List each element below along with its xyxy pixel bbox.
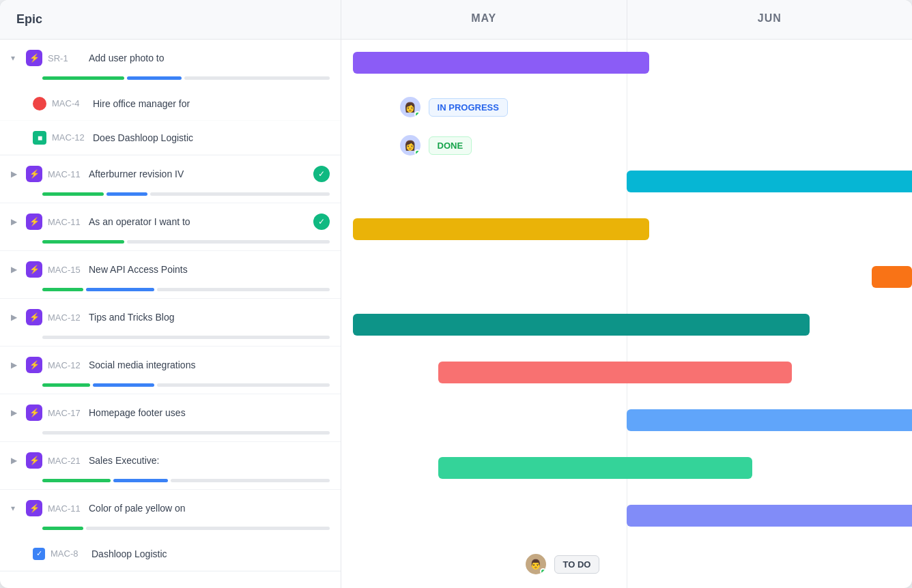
bar-mac11c bbox=[627, 505, 912, 527]
expand-icon-sr1[interactable]: ▾ bbox=[11, 53, 20, 63]
progress-mac11c bbox=[0, 527, 341, 537]
status-mac12-does: DONE bbox=[429, 136, 472, 155]
epic-row-mac12a: ▶ ⚡ MAC-12 Tips and Tricks Blog bbox=[0, 299, 341, 347]
bar-mac4: 👩 IN PROGRESS bbox=[399, 95, 508, 119]
check-mac11a: ✓ bbox=[313, 166, 330, 182]
ticket-mac11c: MAC-11 bbox=[48, 503, 83, 514]
expand-icon-mac15[interactable]: ▶ bbox=[11, 265, 20, 274]
ticket-mac12-does: MAC-12 bbox=[52, 132, 87, 143]
bar-mac12-does: 👩 DONE bbox=[399, 134, 472, 157]
check-mac11b: ✓ bbox=[313, 214, 330, 230]
progress-gray-sr1 bbox=[184, 76, 330, 80]
epic-row-mac17: ▶ ⚡ MAC-17 Homepage footer uses bbox=[0, 394, 341, 442]
expand-icon-mac17[interactable]: ▶ bbox=[11, 408, 20, 417]
app-container: Epic MAY JUN ▾ ⚡ SR-1 Add user photo to bbox=[0, 0, 912, 588]
avatar-mac12-does: 👩 bbox=[399, 134, 422, 157]
title-mac11a: Afterburner revision IV bbox=[89, 168, 308, 179]
bar-mac8: 👨 TO DO bbox=[524, 553, 600, 576]
ticket-mac21: MAC-21 bbox=[48, 456, 83, 466]
epic-column: ▾ ⚡ SR-1 Add user photo to MAC-4 Hire of… bbox=[0, 40, 341, 588]
epic-row-mac11a: ▶ ⚡ MAC-11 Afterburner revision IV ✓ bbox=[0, 156, 341, 203]
checkbox-mac8: ✓ bbox=[33, 548, 45, 560]
header-epic: Epic bbox=[0, 0, 341, 39]
progress-mac21 bbox=[0, 479, 341, 489]
badge-mac21: ⚡ bbox=[26, 452, 42, 469]
expand-icon-mac11a[interactable]: ▶ bbox=[11, 169, 20, 179]
status-mac4: IN PROGRESS bbox=[429, 98, 508, 117]
expand-icon-mac11c[interactable]: ▾ bbox=[11, 503, 20, 513]
progress-sr1 bbox=[0, 76, 341, 87]
sub-row-mac4: MAC-4 Hire office manager for bbox=[0, 87, 341, 121]
ticket-mac4: MAC-4 bbox=[52, 98, 87, 108]
epic-row-mac15: ▶ ⚡ MAC-15 New API Access Points bbox=[0, 251, 341, 299]
bar-mac17 bbox=[627, 409, 912, 431]
expand-icon-mac21[interactable]: ▶ bbox=[11, 456, 20, 465]
title-mac4: Hire office manager for bbox=[93, 98, 330, 109]
expand-icon-mac12b[interactable]: ▶ bbox=[11, 360, 20, 370]
sub-row-mac12-does: ◼ MAC-12 Does Dashloop Logistic bbox=[0, 121, 341, 155]
title-mac12a: Tips and Tricks Blog bbox=[89, 312, 330, 323]
ticket-mac15: MAC-15 bbox=[48, 265, 83, 275]
bar-mac21 bbox=[438, 457, 752, 479]
progress-blue-sr1 bbox=[127, 76, 182, 80]
epic-row-mac21: ▶ ⚡ MAC-21 Sales Executive: bbox=[0, 442, 341, 490]
title-mac12-does: Does Dashloop Logistic bbox=[93, 132, 330, 143]
title-sr1: Add user photo to bbox=[89, 53, 330, 63]
badge-mac11c: ⚡ bbox=[26, 500, 42, 516]
ticket-mac12b: MAC-12 bbox=[48, 360, 83, 370]
header-row: Epic MAY JUN bbox=[0, 0, 912, 40]
lightning-icon: ⚡ bbox=[29, 53, 40, 63]
title-mac15: New API Access Points bbox=[89, 264, 330, 275]
epic-row-mac11b: ▶ ⚡ MAC-11 As an operator I want to ✓ bbox=[0, 203, 341, 251]
ticket-mac11b: MAC-11 bbox=[48, 217, 83, 227]
progress-mac12a bbox=[0, 336, 341, 346]
badge-mac11a: ⚡ bbox=[26, 166, 42, 182]
title-mac11b: As an operator I want to bbox=[89, 216, 308, 227]
badge-mac12-does: ◼ bbox=[33, 131, 46, 145]
ticket-mac17: MAC-17 bbox=[48, 408, 83, 418]
progress-green-sr1 bbox=[42, 76, 124, 80]
bar-mac12a bbox=[353, 314, 810, 336]
ticket-mac11a: MAC-11 bbox=[48, 169, 83, 179]
avatar-mac4: 👩 bbox=[399, 95, 422, 119]
header-month-may: MAY bbox=[341, 0, 627, 39]
bar-mac12b bbox=[438, 362, 792, 383]
sub-row-mac8: ✓ MAC-8 Dashloop Logistic bbox=[0, 537, 341, 571]
badge-mac12a: ⚡ bbox=[26, 309, 42, 325]
badge-sr1: ⚡ bbox=[26, 50, 42, 66]
badge-mac15: ⚡ bbox=[26, 261, 42, 278]
expand-icon-mac12a[interactable]: ▶ bbox=[11, 312, 20, 322]
ticket-sr1: SR-1 bbox=[48, 53, 83, 63]
progress-mac11a bbox=[0, 192, 341, 203]
epic-row-mac12b: ▶ ⚡ MAC-12 Social media integrations bbox=[0, 347, 341, 394]
epic-row-sr1: ▾ ⚡ SR-1 Add user photo to MAC-4 Hire of… bbox=[0, 40, 341, 156]
badge-mac12b: ⚡ bbox=[26, 357, 42, 373]
bar-mac15 bbox=[872, 266, 912, 288]
expand-icon-mac11b[interactable]: ▶ bbox=[11, 217, 20, 226]
title-mac17: Homepage footer uses bbox=[89, 407, 330, 418]
title-mac12b: Social media integrations bbox=[89, 359, 330, 370]
ticket-mac8: MAC-8 bbox=[51, 548, 86, 559]
title-mac8: Dashloop Logistic bbox=[91, 548, 330, 559]
bar-mac11b bbox=[353, 218, 650, 240]
progress-mac17 bbox=[0, 431, 341, 441]
epic-row-mac11c: ▾ ⚡ MAC-11 Color of pale yellow on ✓ MAC… bbox=[0, 490, 341, 572]
gantt-area: 👩 IN PROGRESS 👩 DONE bbox=[341, 40, 912, 588]
progress-mac12b bbox=[0, 383, 341, 394]
status-mac8: TO DO bbox=[554, 555, 600, 574]
badge-mac17: ⚡ bbox=[26, 405, 42, 421]
title-mac11c: Color of pale yellow on bbox=[89, 503, 330, 514]
bar-sr1 bbox=[353, 52, 650, 74]
title-mac21: Sales Executive: bbox=[89, 455, 330, 466]
ticket-mac12a: MAC-12 bbox=[48, 312, 83, 323]
header-month-jun: JUN bbox=[627, 0, 913, 39]
badge-mac11b: ⚡ bbox=[26, 214, 42, 230]
progress-mac15 bbox=[0, 288, 341, 298]
avatar-mac8: 👨 bbox=[524, 553, 547, 576]
progress-mac11b bbox=[0, 240, 341, 250]
bar-mac11a bbox=[627, 171, 912, 192]
content-area: ▾ ⚡ SR-1 Add user photo to MAC-4 Hire of… bbox=[0, 40, 912, 588]
badge-mac4 bbox=[33, 97, 46, 111]
